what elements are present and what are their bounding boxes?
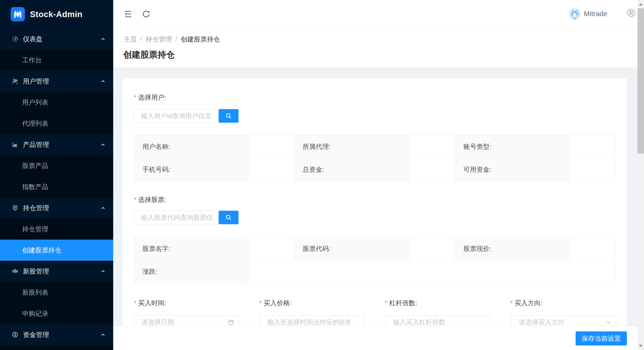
user-name-label: 用户名称: [134,135,248,158]
stock-price-value [570,237,615,260]
user-search-row [134,109,615,123]
sidebar-item-label: 创建股票持仓 [22,246,61,255]
chevron-up-icon [101,143,105,147]
breadcrumb-separator: / [175,35,177,44]
content-area: *选择用户: 用户名称: 所属代理: [113,67,637,350]
search-icon [225,112,232,120]
chevron-up-icon [101,206,105,210]
sidebar-item-label: 申购记录 [22,309,48,318]
field-labels-row: *买入时间: *买入价格: *杠杆倍数: *买入方向: [134,299,615,308]
user-name-value [248,135,294,158]
sidebar-item-label: 代理列表 [22,119,48,128]
sidebar-item-agent-list[interactable]: 代理列表 [0,113,113,134]
stock-name-value [248,237,294,260]
user-menu[interactable]: Mitrade [569,8,607,20]
change-label: 涨跌: [134,260,248,283]
select-user-label: *选择用户: [134,94,615,101]
refresh-icon[interactable] [142,10,151,19]
sidebar-item-position-management[interactable]: 持仓管理 [0,218,113,240]
leverage-label: *杠杆倍数: [385,299,490,308]
app-title: Stock-Admin [30,10,83,19]
sidebar-item-new-stock-list[interactable]: 新股列表 [0,282,113,303]
sidebar-group-user-management[interactable]: 用户管理 [0,71,113,92]
form-card: *选择用户: 用户名称: 所属代理: [123,78,626,350]
user-name: Mitrade [584,10,607,18]
phone-label: 手机号码: [134,158,248,181]
save-settings-button[interactable]: 保存当前设置 [576,331,627,345]
table-row: 股票名字: 股票代码: 股票现价: [134,237,615,260]
sidebar-item-subscription-records[interactable]: 申购记录 [0,303,113,324]
funds-dollar-icon: $ [12,331,18,338]
sidebar-group-label: 用户管理 [23,77,49,86]
required-mark: * [134,94,136,101]
stock-code-value [409,237,455,260]
sidebar-group-dashboard[interactable]: 仪表盘 [0,28,113,50]
sidebar-item-label: 工作台 [22,56,42,65]
sidebar-group-label: 产品管理 [23,140,49,149]
stock-info-table: 股票名字: 股票代码: 股票现价: 涨跌: [134,237,615,283]
breadcrumb-section[interactable]: 持仓管理 [146,35,172,44]
scrollbar-thumb[interactable] [637,8,644,154]
page-title: 创建股票持仓 [123,49,175,61]
user-search-button[interactable] [219,109,238,123]
sidebar-group-new-stock-management[interactable]: 新股管理 [0,261,113,282]
topbar: Mitrade ® [113,0,637,28]
table-row: 用户名称: 所属代理: 账号类型: [134,135,615,158]
available-funds-value [570,158,615,181]
available-funds-label: 可用资金: [455,158,570,181]
account-type-label: 账号类型: [455,135,570,158]
sidebar-item-label: 股票产品 [22,161,48,170]
account-type-value [570,135,615,158]
scrollbar-down-arrow[interactable] [637,342,644,349]
sidebar-item-label: 指数产品 [22,183,48,191]
sidebar-item-stock-products[interactable]: 股票产品 [0,155,113,176]
sidebar-submenu-peek [0,345,113,350]
agent-value [409,135,455,158]
sidebar-item-index-products[interactable]: 指数产品 [0,176,113,197]
stock-search-button[interactable] [219,211,238,224]
stock-search-input[interactable] [134,211,219,224]
required-mark: * [134,196,136,203]
stock-search-row [134,211,615,224]
phone-value [248,158,294,181]
sidebar-item-label: 新股列表 [22,288,48,297]
users-icon [12,78,18,84]
sidebar-item-create-stock-position[interactable]: 创建股票持仓 [0,240,113,261]
chevron-up-icon [101,269,105,274]
sidebar-group-label: 持仓管理 [23,204,49,212]
breadcrumb-home[interactable]: 主页 [124,35,137,44]
product-chart-icon [12,141,18,148]
sidebar-group-product-management[interactable]: 产品管理 [0,134,113,155]
sidebar-group-funds-management[interactable]: $ 资金管理 [0,324,113,345]
svg-text:$: $ [14,333,16,337]
sidebar-group-label: 资金管理 [23,330,49,339]
position-shield-icon [12,205,18,211]
new-stock-candle-icon [12,268,18,275]
select-stock-label: *选择股票: [134,196,615,203]
sidebar-group-position-management[interactable]: 持仓管理 [0,197,113,218]
buy-price-label: *买入价格: [259,299,364,308]
required-mark: * [259,299,262,307]
sidebar-menu: 仪表盘 工作台 用户管理 用户列表 代理列表 [0,28,113,350]
sidebar-item-user-list[interactable]: 用户列表 [0,92,113,113]
user-search-input[interactable] [134,109,219,123]
app-logo-icon [11,7,25,21]
page-header: 主页 / 持仓管理 / 创建股票持仓 创建股票持仓 [113,28,637,67]
breadcrumb-current: 创建股票持仓 [181,35,220,44]
total-funds-value [409,158,455,181]
sidebar-item-label: 持仓管理 [22,225,48,234]
buy-time-label: *买入时间: [134,299,239,308]
page-scrollbar[interactable] [637,0,644,350]
sidebar: Stock-Admin 仪表盘 工作台 用户管理 [0,0,113,350]
user-avatar [569,8,580,20]
agent-label: 所属代理: [294,135,409,158]
sidebar-item-workbench[interactable]: 工作台 [0,50,113,71]
sidebar-fold-icon[interactable] [124,10,133,19]
breadcrumb-separator: / [140,35,142,44]
chevron-up-icon [101,333,105,337]
breadcrumb: 主页 / 持仓管理 / 创建股票持仓 [124,35,220,44]
scrollbar-up-arrow[interactable] [637,1,644,8]
search-icon [225,214,232,221]
chevron-up-icon [101,79,105,83]
footer-bar: 保存当前设置 [113,326,637,350]
